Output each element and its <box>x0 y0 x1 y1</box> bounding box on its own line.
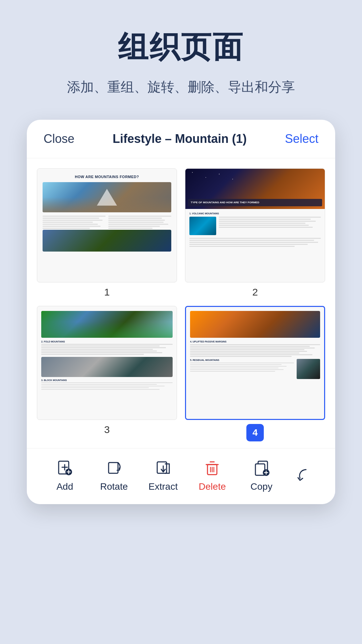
page-thumbnail-3[interactable]: 2. FOLD MOUNTAINS 3. BLOCK MOUNTAINS <box>37 306 177 420</box>
pages-grid: HOW ARE MOUNTAINS FORMED? <box>27 158 335 448</box>
copy-icon <box>251 458 272 478</box>
back-button[interactable] <box>294 465 314 485</box>
extract-label: Extract <box>148 481 178 492</box>
p3-fold-mountain-image <box>41 311 173 338</box>
p4-uplifted-image <box>190 311 320 338</box>
delete-label: Delete <box>199 481 226 492</box>
p3-section2-title: 3. BLOCK MOUNTAINS <box>41 379 173 381</box>
page-item-2[interactable]: TYPE OF MOUNTAINS AND HOW ARE THEY FORME… <box>185 168 325 298</box>
p4-section1-title: 4. UPLIFTED PASSIVE MARGINS <box>190 340 320 343</box>
page-item-4[interactable]: 4. UPLIFTED PASSIVE MARGINS 5. RESIDUAL … <box>185 306 325 441</box>
p2-hero-text: TYPE OF MOUNTAINS AND HOW ARE THEY FORME… <box>191 201 319 204</box>
add-label: Add <box>56 481 73 492</box>
p1-title: HOW ARE MOUNTAINS FORMED? <box>43 175 171 179</box>
app-header: Close Lifestyle – Mountain (1) Select <box>27 120 335 158</box>
page-thumbnail-4[interactable]: 4. UPLIFTED PASSIVE MARGINS 5. RESIDUAL … <box>185 306 325 420</box>
delete-button[interactable]: Delete <box>195 458 229 492</box>
add-icon <box>55 458 75 478</box>
rotate-icon <box>104 458 124 478</box>
select-button[interactable]: Select <box>285 132 318 146</box>
page-thumbnail-2[interactable]: TYPE OF MOUNTAINS AND HOW ARE THEY FORME… <box>185 168 325 282</box>
extract-icon <box>153 458 173 478</box>
toolbar: Add Rotate Extract <box>27 448 335 504</box>
rotate-button[interactable]: Rotate <box>97 458 131 492</box>
page-item-1[interactable]: HOW ARE MOUNTAINS FORMED? <box>37 168 177 298</box>
page-item-3[interactable]: 2. FOLD MOUNTAINS 3. BLOCK MOUNTAINS <box>37 306 177 441</box>
p4-section2-title: 5. RESIDUAL MOUNTAINS <box>190 359 294 361</box>
p3-section1-title: 2. FOLD MOUNTAINS <box>41 340 173 343</box>
page-thumbnail-1[interactable]: HOW ARE MOUNTAINS FORMED? <box>37 168 177 282</box>
hero-subtitle: 添加、重组、旋转、删除、导出和分享 <box>67 78 295 96</box>
p3-block-mountain-image <box>41 357 173 377</box>
close-button[interactable]: Close <box>44 132 74 146</box>
p1-mountain-image <box>43 182 171 212</box>
p1-lake-image <box>43 230 171 252</box>
copy-label: Copy <box>250 481 272 492</box>
page-title: 组织页面 <box>118 27 244 68</box>
page-number-3: 3 <box>104 424 110 435</box>
delete-icon <box>202 458 222 478</box>
page-number-1: 1 <box>104 286 110 298</box>
app-card: Close Lifestyle – Mountain (1) Select HO… <box>27 120 335 504</box>
p2-section-title: 1. VOLCANIC MOUNTAINS <box>189 212 321 215</box>
rotate-label: Rotate <box>100 481 128 492</box>
p2-volcanic-image <box>189 217 216 235</box>
p4-residual-image <box>297 359 320 379</box>
copy-button[interactable]: Copy <box>245 458 278 492</box>
p2-hero-image: TYPE OF MOUNTAINS AND HOW ARE THEY FORME… <box>185 169 325 209</box>
page-number-2: 2 <box>252 286 258 298</box>
page-number-4-badge: 4 <box>246 424 264 441</box>
extract-button[interactable]: Extract <box>146 458 180 492</box>
document-title: Lifestyle – Mountain (1) <box>113 132 247 146</box>
add-button[interactable]: Add <box>48 458 81 492</box>
svg-rect-6 <box>109 463 118 473</box>
